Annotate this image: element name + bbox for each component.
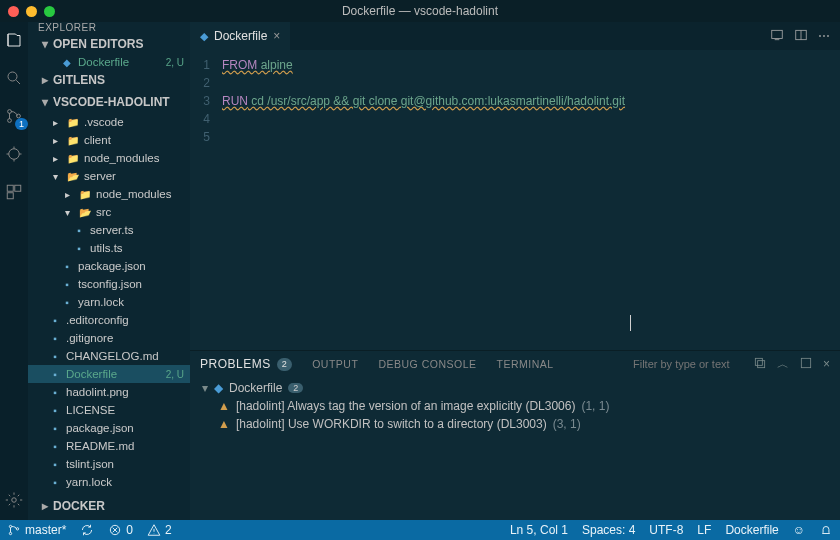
minimize-window-button[interactable]	[26, 6, 37, 17]
source-control-icon[interactable]: 1	[4, 106, 24, 126]
debug-icon[interactable]	[4, 144, 24, 164]
tree-item[interactable]: ▾📂server	[28, 167, 190, 185]
collapse-all-icon[interactable]	[753, 356, 767, 373]
tab-output[interactable]: OUTPUT	[312, 358, 358, 370]
extensions-icon[interactable]	[4, 182, 24, 202]
problem-item[interactable]: ▲[hadolint] Use WORKDIR to switch to a d…	[190, 415, 840, 433]
tree-item[interactable]: ▸📁client	[28, 131, 190, 149]
tree-item-label: CHANGELOG.md	[66, 350, 184, 362]
explorer-header: EXPLORER	[28, 22, 190, 33]
title-bar: Dockerfile — vscode-hadolint	[0, 0, 840, 22]
file-icon: ▪	[60, 277, 74, 291]
split-editor-icon[interactable]	[794, 28, 808, 45]
svg-rect-11	[755, 358, 762, 365]
docker-icon: ◆	[200, 30, 208, 43]
open-preview-icon[interactable]	[770, 28, 784, 45]
tree-item[interactable]: ▸📁node_modules	[28, 185, 190, 203]
tree-item-label: client	[84, 134, 184, 146]
search-icon[interactable]	[4, 68, 24, 88]
folder-icon: 📁	[66, 133, 80, 147]
svg-rect-12	[758, 360, 765, 367]
explorer-icon[interactable]	[4, 30, 24, 50]
tree-item-label: tsconfig.json	[78, 278, 184, 290]
cursor-position[interactable]: Ln 5, Col 1	[503, 523, 575, 537]
warnings-count[interactable]: 2	[140, 523, 179, 537]
close-window-button[interactable]	[8, 6, 19, 17]
gitlens-section[interactable]: ▸GITLENS	[28, 69, 190, 91]
file-icon: ▪	[48, 475, 62, 489]
editor-tabs: ◆ Dockerfile × ⋯	[190, 22, 840, 50]
more-icon[interactable]: ⋯	[818, 29, 830, 43]
file-icon: ▪	[48, 367, 62, 381]
tree-item[interactable]: ▾📂src	[28, 203, 190, 221]
tree-item-label: yarn.lock	[78, 296, 184, 308]
errors-count[interactable]: 0	[101, 523, 140, 537]
indentation[interactable]: Spaces: 4	[575, 523, 642, 537]
tab-dockerfile[interactable]: ◆ Dockerfile ×	[190, 22, 290, 50]
tab-terminal[interactable]: TERMINAL	[496, 358, 553, 370]
panel-tabs: PROBLEMS 2 OUTPUT DEBUG CONSOLE TERMINAL…	[190, 351, 840, 377]
tree-item-label: src	[96, 206, 184, 218]
tree-item[interactable]: ▪hadolint.png	[28, 383, 190, 401]
status-bar: master* 0 2 Ln 5, Col 1 Spaces: 4 UTF-8 …	[0, 520, 840, 540]
tree-item[interactable]: ▪CHANGELOG.md	[28, 347, 190, 365]
tree-item[interactable]: ▸📁node_modules	[28, 149, 190, 167]
settings-gear-icon[interactable]	[4, 490, 24, 510]
svg-point-15	[9, 532, 11, 534]
svg-rect-9	[772, 30, 783, 38]
code-editor[interactable]: 12345 FROM alpine RUN cd /usr/src/app &&…	[190, 50, 840, 350]
tree-item-label: Dockerfile	[66, 368, 162, 380]
line-gutter: 12345	[190, 50, 218, 350]
file-icon: ▪	[48, 439, 62, 453]
filter-input[interactable]	[633, 358, 743, 370]
chevron-down-icon: ▾	[202, 381, 208, 395]
tree-item-label: .gitignore	[66, 332, 184, 344]
warning-icon: ▲	[218, 399, 230, 413]
svg-point-4	[9, 149, 20, 160]
git-branch[interactable]: master*	[0, 523, 73, 537]
tree-item[interactable]: ▸📁.vscode	[28, 113, 190, 131]
maximize-window-button[interactable]	[44, 6, 55, 17]
language-mode[interactable]: Dockerfile	[718, 523, 785, 537]
tree-item[interactable]: ▪yarn.lock	[28, 473, 190, 491]
file-icon: ▪	[48, 421, 62, 435]
eol[interactable]: LF	[690, 523, 718, 537]
problem-item[interactable]: ▲[hadolint] Always tag the version of an…	[190, 397, 840, 415]
tab-debug-console[interactable]: DEBUG CONSOLE	[378, 358, 476, 370]
feedback-icon[interactable]: ☺	[786, 523, 812, 537]
file-icon: ▪	[48, 331, 62, 345]
tree-item[interactable]: ▪server.ts	[28, 221, 190, 239]
tab-problems[interactable]: PROBLEMS 2	[200, 357, 292, 371]
tree-item-label: server.ts	[90, 224, 184, 236]
open-editors-section[interactable]: ▾OPEN EDITORS	[28, 33, 190, 55]
tree-item[interactable]: ▪tsconfig.json	[28, 275, 190, 293]
sync-icon[interactable]	[73, 523, 101, 537]
folder-icon: 📁	[66, 151, 80, 165]
open-editor-item[interactable]: ◆ Dockerfile 2, U	[28, 55, 190, 69]
tree-item[interactable]: ▪yarn.lock	[28, 293, 190, 311]
tree-item[interactable]: ▪tslint.json	[28, 455, 190, 473]
tree-item[interactable]: ▪LICENSE	[28, 401, 190, 419]
encoding[interactable]: UTF-8	[642, 523, 690, 537]
tree-item[interactable]: ▪.gitignore	[28, 329, 190, 347]
docker-section[interactable]: ▸DOCKER	[28, 495, 190, 517]
tree-item-label: node_modules	[84, 152, 184, 164]
chevron-up-icon[interactable]: ︿	[777, 356, 789, 373]
close-panel-icon[interactable]: ×	[823, 357, 830, 371]
maximize-panel-icon[interactable]	[799, 356, 813, 373]
tree-item[interactable]: ▪.editorconfig	[28, 311, 190, 329]
tree-item[interactable]: ▪package.json	[28, 419, 190, 437]
tree-item[interactable]: ▪README.md	[28, 437, 190, 455]
tree-item[interactable]: ▪package.json	[28, 257, 190, 275]
tree-item[interactable]: ▪utils.ts	[28, 239, 190, 257]
svg-point-14	[9, 525, 11, 527]
workspace-section[interactable]: ▾VSCODE-HADOLINT	[28, 91, 190, 113]
scm-badge: 1	[15, 118, 28, 130]
notifications-icon[interactable]	[812, 523, 840, 537]
chevron-right-icon: ▸	[48, 115, 62, 129]
tree-item-label: .vscode	[84, 116, 184, 128]
tree-item[interactable]: ▪Dockerfile2, U	[28, 365, 190, 383]
close-icon[interactable]: ×	[273, 29, 280, 43]
problem-file-group[interactable]: ▾ ◆ Dockerfile 2	[190, 379, 840, 397]
code-content[interactable]: FROM alpine RUN cd /usr/src/app && git c…	[218, 50, 840, 350]
